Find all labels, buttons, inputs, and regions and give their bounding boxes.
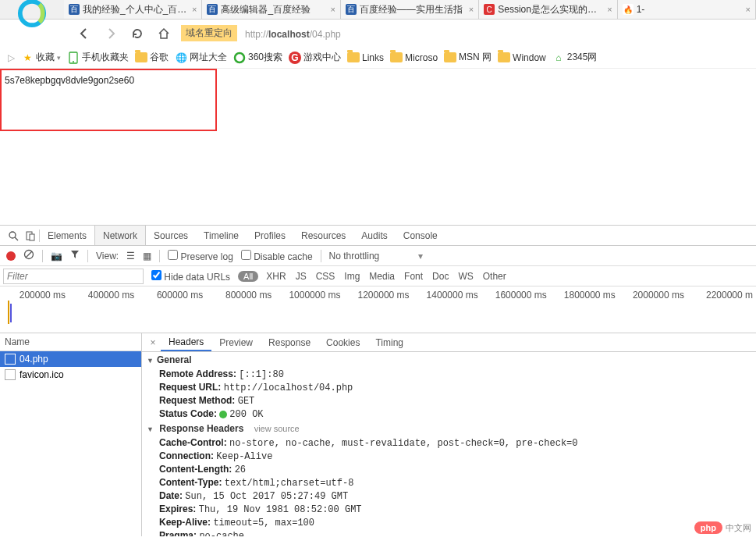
phone-icon: [67, 52, 80, 64]
view-source-link[interactable]: view source: [254, 424, 300, 433]
filter-type-xhr[interactable]: XHR: [266, 271, 286, 282]
filter-type-other[interactable]: Other: [483, 271, 506, 282]
detail-tab-headers[interactable]: Headers: [161, 333, 211, 351]
name-column-header[interactable]: Name: [0, 333, 141, 351]
folder-icon: [135, 52, 147, 62]
filter-input[interactable]: [3, 269, 144, 284]
bookmark-item[interactable]: 🌐网址大全: [175, 51, 227, 64]
request-detail-pane: × HeadersPreviewResponseCookiesTiming Ge…: [142, 333, 756, 536]
bookmark-item[interactable]: Links: [347, 51, 384, 64]
response-headers-section-header[interactable]: Response Headers view source: [142, 421, 756, 436]
favorites-button[interactable]: ★ 收藏 ▾: [21, 51, 61, 64]
game-icon: G: [289, 52, 301, 64]
watermark: php 中文网: [694, 521, 751, 534]
request-row[interactable]: favicon.ico: [0, 367, 141, 383]
filter-all-pill[interactable]: All: [238, 271, 258, 282]
request-list: Name 04.phpfavicon.ico: [0, 333, 142, 536]
browser-tab[interactable]: 百高级编辑器_百度经验×: [202, 0, 340, 19]
clear-button[interactable]: [23, 249, 34, 262]
tab-favicon: 百: [207, 4, 218, 15]
record-button[interactable]: [6, 251, 16, 261]
filter-type-media[interactable]: Media: [369, 271, 395, 282]
bookmark-item[interactable]: 360搜索: [233, 51, 282, 64]
tab-title: 1-: [637, 4, 743, 15]
disable-cache-checkbox[interactable]: Disable cache: [241, 250, 313, 262]
browser-tab[interactable]: CSession是怎么实现的？存×: [479, 0, 617, 19]
folder-icon: [444, 52, 456, 62]
timeline-tick: 1800000 ms: [550, 290, 619, 301]
network-filter-row: Hide data URLs All XHRJSCSSImgMediaFontD…: [0, 266, 756, 286]
devtools-tab-sources[interactable]: Sources: [146, 226, 196, 245]
devtools-tab-audits[interactable]: Audits: [353, 226, 395, 245]
detail-tab-bar: × HeadersPreviewResponseCookiesTiming: [142, 333, 756, 352]
header-row: Connection: Keep-Alive: [142, 450, 756, 463]
browser-tab[interactable]: 百百度经验——实用生活指×: [341, 0, 479, 19]
bookmark-item[interactable]: Window: [498, 51, 546, 64]
devtools-tab-console[interactable]: Console: [396, 226, 445, 245]
detail-tab-response[interactable]: Response: [261, 333, 318, 351]
request-row[interactable]: 04.php: [0, 351, 141, 367]
browser-tab[interactable]: 🔥1-×: [618, 0, 756, 19]
filter-type-doc[interactable]: Doc: [432, 271, 449, 282]
filter-toggle-icon[interactable]: [70, 250, 80, 262]
globe-icon: 🌐: [175, 52, 187, 64]
bookmark-item[interactable]: Microso: [390, 51, 438, 64]
back-button[interactable]: [75, 24, 94, 43]
hide-data-urls-checkbox[interactable]: Hide data URLs: [151, 270, 230, 283]
browser-tab[interactable]: 百我的经验_个人中心_百度经×: [64, 0, 202, 19]
tab-close-icon[interactable]: ×: [607, 5, 612, 14]
filter-type-css[interactable]: CSS: [316, 271, 335, 282]
detail-tab-cookies[interactable]: Cookies: [318, 333, 367, 351]
network-timeline[interactable]: 200000 ms400000 ms600000 ms800000 ms1000…: [0, 286, 756, 333]
bookmark-expand-icon[interactable]: ▷: [8, 52, 15, 63]
filter-type-img[interactable]: Img: [344, 271, 360, 282]
devtools-tab-resources[interactable]: Resources: [293, 226, 353, 245]
throttling-select[interactable]: No throttling: [329, 251, 380, 262]
bookmark-item[interactable]: G游戏中心: [289, 51, 341, 64]
tab-favicon: C: [484, 4, 495, 15]
preserve-log-checkbox[interactable]: Preserve log: [168, 250, 233, 262]
general-section-header[interactable]: General: [142, 352, 756, 368]
devtools-tab-profiles[interactable]: Profiles: [247, 226, 293, 245]
filter-type-js[interactable]: JS: [296, 271, 307, 282]
devtools-tab-timeline[interactable]: Timeline: [196, 226, 247, 245]
view-list-icon[interactable]: ☰: [126, 251, 135, 262]
bookmark-item[interactable]: MSN 网: [444, 51, 492, 64]
devtools-tab-network[interactable]: Network: [94, 226, 146, 245]
header-row: Keep-Alive: timeout=5, max=100: [142, 516, 756, 529]
tab-title: 百度经验——实用生活指: [360, 3, 466, 16]
forward-button[interactable]: [101, 24, 120, 43]
header-row: Pragma: no-cache: [142, 529, 756, 536]
header-row: Status Code: 200 OK: [142, 407, 756, 421]
tab-close-icon[interactable]: ×: [192, 5, 197, 14]
bookmark-label: 游戏中心: [303, 51, 341, 64]
status-dot-icon: [219, 411, 227, 418]
url-display[interactable]: http://localhost/04.php: [245, 27, 341, 40]
filter-type-font[interactable]: Font: [404, 271, 423, 282]
view-grid-icon[interactable]: ▦: [143, 251, 151, 262]
bookmark-label: 360搜索: [248, 51, 282, 64]
detail-tab-timing[interactable]: Timing: [367, 333, 411, 351]
bookmark-item[interactable]: 谷歌: [135, 51, 169, 64]
devtools-tab-elements[interactable]: Elements: [40, 226, 94, 245]
page-content: 5s7e8kepbgqv8dvle9gon2se60: [0, 69, 756, 225]
tab-close-icon[interactable]: ×: [469, 5, 474, 14]
mobile-favorites[interactable]: 手机收藏夹: [67, 51, 129, 64]
detail-tab-preview[interactable]: Preview: [211, 333, 261, 351]
folder-icon: [498, 52, 510, 62]
circle-icon: [233, 52, 246, 64]
devtools-tab-bar: ElementsNetworkSourcesTimelineProfilesRe…: [0, 226, 756, 246]
tab-close-icon[interactable]: ×: [330, 5, 335, 14]
home-button[interactable]: [154, 24, 173, 43]
tab-title: 我的经验_个人中心_百度经: [83, 3, 189, 16]
reload-button[interactable]: [128, 24, 147, 43]
header-row: Content-Type: text/html;charset=utf-8: [142, 476, 756, 489]
bookmark-item[interactable]: ⌂2345网: [552, 51, 598, 64]
capture-icon[interactable]: 📷: [51, 251, 62, 262]
inspect-icon[interactable]: [5, 230, 22, 241]
tab-close-icon[interactable]: ×: [746, 5, 751, 14]
close-detail-icon[interactable]: ×: [145, 337, 161, 348]
page-output-text: 5s7e8kepbgqv8dvle9gon2se60: [5, 75, 134, 86]
filter-type-ws[interactable]: WS: [458, 271, 473, 282]
device-icon[interactable]: [22, 230, 39, 241]
